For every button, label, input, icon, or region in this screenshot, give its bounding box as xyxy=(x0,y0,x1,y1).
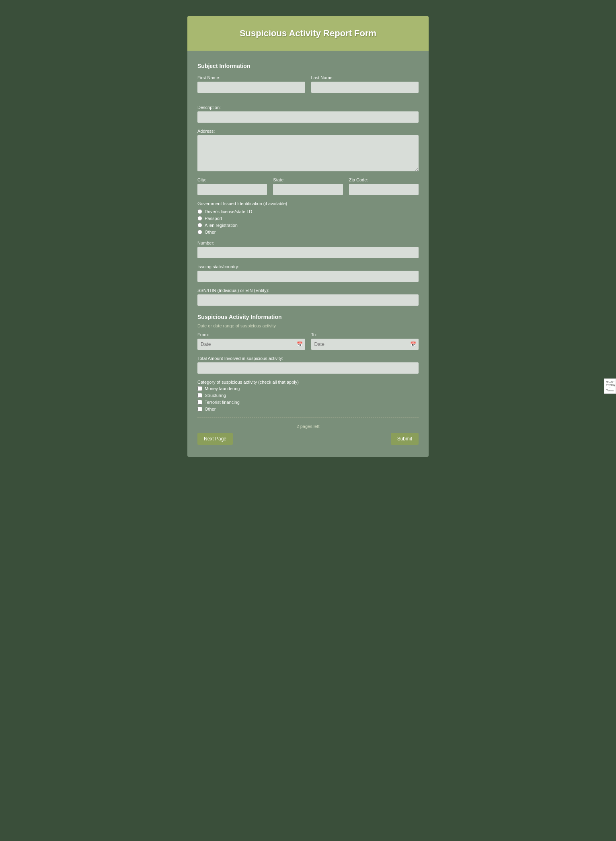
from-date-wrapper: 📅 xyxy=(197,339,305,350)
from-date-group: From: 📅 xyxy=(197,332,305,350)
first-name-label: First Name: xyxy=(197,75,305,80)
checkbox-structuring-input[interactable] xyxy=(197,393,202,398)
date-row: From: 📅 To: 📅 xyxy=(197,332,419,350)
address-label: Address: xyxy=(197,129,419,134)
form-divider xyxy=(197,417,419,418)
radio-passport-label: Passport xyxy=(205,216,222,221)
ssn-group: SSN/ITIN (Individual) or EIN (Entity): xyxy=(197,288,419,306)
total-amount-label: Total Amount Involved in suspicious acti… xyxy=(197,356,419,361)
last-name-input[interactable] xyxy=(311,82,419,93)
ssn-input[interactable] xyxy=(197,294,419,306)
from-date-input[interactable] xyxy=(197,339,305,350)
number-input[interactable] xyxy=(197,247,419,258)
description-label: Description: xyxy=(197,105,419,110)
to-date-group: To: 📅 xyxy=(311,332,419,350)
category-group: Category of suspicious activity (check a… xyxy=(197,380,419,411)
date-range-label: Date or date range of suspicious activit… xyxy=(197,323,419,328)
zip-input[interactable] xyxy=(349,184,419,195)
zip-label: Zip Code: xyxy=(349,177,419,182)
radio-alien-registration-label: Alien registration xyxy=(205,223,238,228)
city-input[interactable] xyxy=(197,184,267,195)
to-date-wrapper: 📅 xyxy=(311,339,419,350)
city-label: City: xyxy=(197,177,267,182)
last-name-label: Last Name: xyxy=(311,75,419,80)
checkbox-other-label: Other xyxy=(205,407,216,411)
checkbox-other-input[interactable] xyxy=(197,407,202,411)
radio-drivers-license: Driver's license/state I.D xyxy=(197,209,419,214)
description-group: Description: xyxy=(197,105,419,123)
radio-drivers-license-input[interactable] xyxy=(197,209,202,214)
gov-id-group: Government Issued Identification (if ava… xyxy=(197,201,419,234)
radio-other-label: Other xyxy=(205,230,216,234)
issuing-input[interactable] xyxy=(197,271,419,282)
checkbox-money-laundering-label: Money laundering xyxy=(205,386,240,391)
checkbox-structuring-label: Structuring xyxy=(205,393,226,398)
checkbox-terrorist-financing-label: Terrorist financing xyxy=(205,400,240,405)
gov-id-label: Government Issued Identification (if ava… xyxy=(197,201,419,206)
radio-passport-input[interactable] xyxy=(197,216,202,221)
category-label: Category of suspicious activity (check a… xyxy=(197,380,419,385)
total-amount-group: Total Amount Involved in suspicious acti… xyxy=(197,356,419,374)
issuing-label: Issuing state/country: xyxy=(197,264,419,269)
button-row: Next Page Submit xyxy=(197,433,419,445)
checkbox-money-laundering-input[interactable] xyxy=(197,386,202,391)
address-group: Address: xyxy=(197,129,419,171)
from-label: From: xyxy=(197,332,305,337)
checkbox-terrorist-financing-input[interactable] xyxy=(197,400,202,405)
ssn-label: SSN/ITIN (Individual) or EIN (Entity): xyxy=(197,288,419,293)
radio-other-input[interactable] xyxy=(197,230,202,234)
number-label: Number: xyxy=(197,241,419,245)
subject-section-title: Subject Information xyxy=(197,63,419,69)
state-label: State: xyxy=(273,177,343,182)
zip-group: Zip Code: xyxy=(349,177,419,195)
state-group: State: xyxy=(273,177,343,195)
description-input[interactable] xyxy=(197,111,419,123)
address-textarea[interactable] xyxy=(197,135,419,171)
name-row: First Name: Last Name: xyxy=(197,75,419,99)
form-title: Suspicious Activity Report Form xyxy=(195,28,421,39)
progress-text: 2 pages left xyxy=(197,424,419,429)
city-state-zip-row: City: State: Zip Code: xyxy=(197,177,419,195)
to-date-input[interactable] xyxy=(311,339,419,350)
suspicious-section-title: Suspicious Activity Information xyxy=(197,314,419,320)
form-body: Subject Information First Name: Last Nam… xyxy=(187,51,429,457)
checkbox-terrorist-financing: Terrorist financing xyxy=(197,400,419,405)
next-page-button[interactable]: Next Page xyxy=(197,433,233,445)
issuing-group: Issuing state/country: xyxy=(197,264,419,282)
radio-drivers-license-label: Driver's license/state I.D xyxy=(205,209,252,214)
checkbox-other: Other xyxy=(197,407,419,411)
form-header: Suspicious Activity Report Form xyxy=(187,16,429,51)
total-amount-input[interactable] xyxy=(197,362,419,374)
first-name-input[interactable] xyxy=(197,82,305,93)
recaptcha-badge: reCAPTCHAPrivacy · Terms xyxy=(604,378,616,394)
radio-alien-registration-input[interactable] xyxy=(197,223,202,228)
state-input[interactable] xyxy=(273,184,343,195)
to-label: To: xyxy=(311,332,419,337)
checkbox-money-laundering: Money laundering xyxy=(197,386,419,391)
radio-passport: Passport xyxy=(197,216,419,221)
radio-other: Other xyxy=(197,230,419,234)
last-name-group: Last Name: xyxy=(311,75,419,93)
submit-button[interactable]: Submit xyxy=(391,433,419,445)
form-container: Suspicious Activity Report Form Subject … xyxy=(187,16,429,457)
radio-alien-registration: Alien registration xyxy=(197,223,419,228)
city-group: City: xyxy=(197,177,267,195)
number-group: Number: xyxy=(197,241,419,258)
checkbox-structuring: Structuring xyxy=(197,393,419,398)
first-name-group: First Name: xyxy=(197,75,305,93)
